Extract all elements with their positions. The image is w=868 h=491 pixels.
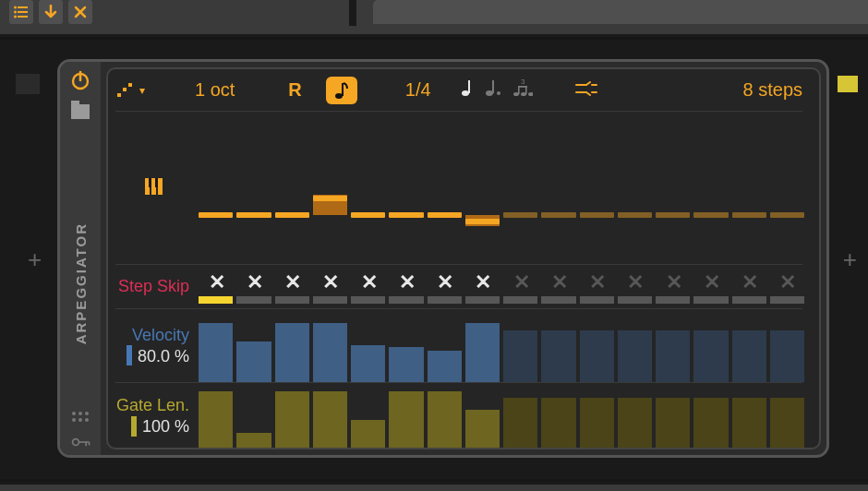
rate-value[interactable]: 1/4 <box>405 79 431 101</box>
velocity-step[interactable] <box>236 341 271 382</box>
velocity-step[interactable] <box>770 330 804 382</box>
velocity-step[interactable] <box>313 323 347 382</box>
gate-step[interactable] <box>389 391 423 449</box>
gate-step[interactable] <box>275 391 309 449</box>
retrigger-toggle[interactable]: R <box>288 79 301 101</box>
gate-step[interactable] <box>428 391 462 449</box>
gate-step[interactable] <box>693 398 728 449</box>
gate-step[interactable] <box>465 410 500 449</box>
velocity-step[interactable] <box>656 330 690 382</box>
step-skip-toggle[interactable]: ✕ <box>475 270 491 294</box>
velocity-step[interactable] <box>275 323 309 382</box>
arp-mode-icon[interactable] <box>115 81 134 100</box>
timing-triplet-icon[interactable]: 3 <box>512 78 533 102</box>
timing-straight-icon[interactable] <box>461 78 474 102</box>
velocity-label: Velocity <box>132 326 189 345</box>
step-skip-toggle[interactable]: ✕ <box>513 270 530 294</box>
gate-step[interactable] <box>770 398 804 449</box>
pitch-step-line[interactable] <box>465 219 500 224</box>
pitch-step-line[interactable] <box>693 212 728 218</box>
gate-step[interactable] <box>618 398 652 449</box>
step-skip-toggle[interactable]: ✕ <box>704 270 720 294</box>
gate-step[interactable] <box>580 398 614 449</box>
velocity-step[interactable] <box>580 330 614 382</box>
top-separator <box>349 0 356 26</box>
step-skip-toggle[interactable]: ✕ <box>437 270 453 294</box>
add-device-after-button[interactable]: + <box>843 246 857 274</box>
step-skip-grid[interactable]: ✕✕✕✕✕✕✕✕✕✕✕✕✕✕✕✕ <box>199 265 802 308</box>
step-skip-toggle[interactable]: ✕ <box>627 270 644 294</box>
velocity-step[interactable] <box>351 345 385 382</box>
gate-value[interactable]: 100 % <box>142 417 189 437</box>
octave-range[interactable]: 1 oct <box>195 79 235 101</box>
power-icon[interactable] <box>69 69 91 91</box>
pitch-grid[interactable] <box>199 112 802 264</box>
velocity-step[interactable] <box>465 323 500 382</box>
pitch-step-line[interactable] <box>428 212 462 218</box>
pitch-step-line[interactable] <box>351 212 385 218</box>
gate-step[interactable] <box>541 398 575 449</box>
list-icon[interactable] <box>9 0 33 24</box>
step-indicator <box>351 296 385 304</box>
arp-mode-menu-caret-icon[interactable]: ▾ <box>139 84 145 97</box>
step-indicator <box>580 296 614 304</box>
note-mode-button[interactable] <box>326 77 357 104</box>
step-skip-toggle[interactable]: ✕ <box>399 270 416 294</box>
drag-handle-icon[interactable] <box>72 412 89 422</box>
step-skip-toggle[interactable]: ✕ <box>666 270 682 294</box>
pitch-step-line[interactable] <box>732 212 766 218</box>
step-skip-label: Step Skip <box>118 277 189 296</box>
gate-step[interactable] <box>313 391 347 449</box>
pitch-step-line[interactable] <box>389 212 423 218</box>
pitch-step-line[interactable] <box>503 212 537 218</box>
gate-step[interactable] <box>236 433 271 449</box>
velocity-step[interactable] <box>199 323 233 382</box>
step-skip-toggle[interactable]: ✕ <box>741 270 758 294</box>
gate-step[interactable] <box>656 398 690 449</box>
pitch-step-line[interactable] <box>313 196 347 201</box>
step-skip-toggle[interactable]: ✕ <box>551 270 568 294</box>
pitch-step-line[interactable] <box>580 212 614 218</box>
step-skip-toggle[interactable]: ✕ <box>209 270 225 294</box>
velocity-value[interactable]: 80.0 % <box>138 347 189 366</box>
device-title: ARPEGGIATOR <box>73 222 89 344</box>
timing-dotted-icon[interactable] <box>485 78 501 102</box>
step-skip-toggle[interactable]: ✕ <box>284 270 301 294</box>
key-icon[interactable] <box>71 435 90 446</box>
pitch-step-line[interactable] <box>770 212 804 218</box>
gate-grid[interactable] <box>199 383 802 449</box>
pitch-step-line[interactable] <box>656 212 690 218</box>
gate-step[interactable] <box>732 398 766 449</box>
pitch-step-line[interactable] <box>275 212 309 218</box>
gate-step[interactable] <box>503 398 537 449</box>
step-skip-toggle[interactable]: ✕ <box>779 270 796 294</box>
shuffle-icon[interactable] <box>575 79 597 101</box>
velocity-step[interactable] <box>503 330 537 382</box>
pitch-step-line[interactable] <box>618 212 652 218</box>
velocity-step[interactable] <box>389 347 423 382</box>
gate-step[interactable] <box>351 420 385 449</box>
arrow-down-icon[interactable] <box>39 0 63 24</box>
velocity-grid[interactable] <box>199 309 802 382</box>
velocity-step[interactable] <box>693 330 728 382</box>
step-skip-toggle[interactable]: ✕ <box>361 270 378 294</box>
svg-text:3: 3 <box>521 78 525 86</box>
velocity-step[interactable] <box>732 330 766 382</box>
pitch-step-line[interactable] <box>541 212 575 218</box>
velocity-step[interactable] <box>428 351 462 382</box>
add-device-before-button[interactable]: + <box>28 246 42 274</box>
pitch-step-line[interactable] <box>236 212 271 218</box>
pitch-lane-icon <box>143 174 167 201</box>
step-skip-toggle[interactable]: ✕ <box>247 270 263 294</box>
velocity-step[interactable] <box>541 330 575 382</box>
pitch-step-line[interactable] <box>199 212 233 218</box>
prev-device-handle[interactable] <box>16 74 40 94</box>
folder-icon[interactable] <box>71 104 90 119</box>
velocity-step[interactable] <box>618 330 652 382</box>
step-count[interactable]: 8 steps <box>743 79 802 101</box>
step-skip-toggle[interactable]: ✕ <box>322 270 339 294</box>
step-skip-toggle[interactable]: ✕ <box>589 270 606 294</box>
close-icon[interactable] <box>68 0 92 24</box>
next-device-handle[interactable] <box>838 76 858 92</box>
gate-step[interactable] <box>199 391 233 449</box>
